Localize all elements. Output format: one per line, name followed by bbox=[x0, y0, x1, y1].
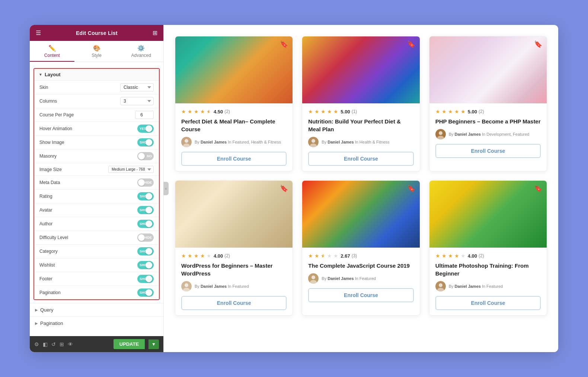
course-author-row: By Daniel James In Featured bbox=[308, 273, 413, 284]
columns-label: Columns bbox=[39, 99, 57, 104]
svg-point-6 bbox=[185, 283, 188, 287]
bookmark-icon[interactable]: 🔖 bbox=[534, 184, 542, 193]
category-toggle-label: SHOW bbox=[140, 249, 150, 253]
author-categories: In Featured, Health & Fitness bbox=[228, 140, 281, 144]
course-per-page-input[interactable] bbox=[135, 111, 154, 119]
image-size-control[interactable]: Medium Large - 768 bbox=[108, 166, 154, 173]
pagination-section[interactable]: ▶ Pagination bbox=[30, 316, 163, 330]
layout-section-header[interactable]: ▼ Layout bbox=[34, 69, 159, 80]
masonry-control[interactable]: NO bbox=[137, 152, 154, 160]
difficulty-level-toggle[interactable]: HIDE bbox=[137, 233, 154, 242]
columns-control[interactable]: 3 bbox=[120, 97, 154, 105]
columns-row: Columns 3 bbox=[34, 94, 159, 108]
author-toggle[interactable]: SHOW bbox=[137, 220, 154, 228]
course-rating: ★★★★★ 4.00 (2) bbox=[181, 253, 287, 259]
enroll-button[interactable]: Enroll Course bbox=[435, 296, 541, 310]
meta-data-label: Meta Data bbox=[39, 180, 60, 185]
enroll-button[interactable]: Enroll Course bbox=[308, 288, 413, 302]
masonry-toggle[interactable]: NO bbox=[137, 152, 154, 160]
rating-control[interactable]: SHOW bbox=[137, 192, 154, 200]
bookmark-icon[interactable]: 🔖 bbox=[407, 184, 415, 193]
settings-icon[interactable]: ⚙ bbox=[34, 341, 39, 347]
image-size-select[interactable]: Medium Large - 768 bbox=[108, 166, 154, 173]
tab-content[interactable]: ✏️ Content bbox=[30, 41, 74, 62]
hover-animation-toggle[interactable]: YES bbox=[137, 125, 154, 133]
update-dropdown-button[interactable]: ▼ bbox=[148, 339, 159, 349]
meta-data-toggle[interactable]: HIDE bbox=[137, 178, 154, 187]
update-button[interactable]: UPDATE bbox=[114, 339, 145, 349]
avatar-control[interactable]: SHOW bbox=[137, 206, 154, 214]
grid-icon[interactable]: ⊞ bbox=[153, 29, 157, 36]
pagination-control[interactable]: SHOW bbox=[137, 289, 154, 297]
enroll-button[interactable]: Enroll Course bbox=[181, 152, 287, 166]
course-author-row: By Daniel James In Featured, Health & Fi… bbox=[181, 137, 287, 147]
image-size-label: Image Size bbox=[39, 167, 62, 172]
course-card: 🔖 ★★★★★★ 4.50 (2) Perfect Diet & Meal Pl… bbox=[175, 36, 293, 171]
history-icon[interactable]: ↺ bbox=[51, 341, 56, 347]
rating-toggle[interactable]: SHOW bbox=[137, 192, 154, 200]
svg-point-7 bbox=[183, 288, 190, 291]
category-toggle[interactable]: SHOW bbox=[137, 247, 154, 255]
query-section[interactable]: ▶ Query bbox=[30, 303, 163, 316]
course-author-row: By Daniel James In Featured bbox=[435, 281, 541, 291]
pagination-toggle[interactable]: SHOW bbox=[137, 289, 154, 297]
bookmark-icon[interactable]: 🔖 bbox=[407, 40, 415, 48]
author-info: By Daniel James In Featured bbox=[322, 276, 376, 281]
author-toggle-label: SHOW bbox=[140, 222, 150, 226]
course-rating: ★★★★★★ 4.50 (2) bbox=[181, 109, 287, 115]
category-control[interactable]: SHOW bbox=[137, 247, 154, 255]
sidebar-content: ▼ Layout Skin Classic bbox=[30, 62, 163, 336]
hover-animation-toggle-label: YES bbox=[140, 127, 146, 130]
bookmark-icon[interactable]: 🔖 bbox=[534, 40, 542, 48]
rating-score: 4.00 bbox=[468, 253, 477, 259]
skin-select[interactable]: Classic bbox=[120, 83, 154, 91]
author-info: By Daniel James In Featured bbox=[449, 284, 503, 289]
tab-advanced[interactable]: ⚙️ Advanced bbox=[119, 41, 163, 62]
enroll-button[interactable]: Enroll Course bbox=[435, 144, 541, 158]
svg-point-8 bbox=[311, 276, 315, 279]
author-name: Daniel James bbox=[201, 284, 227, 289]
show-image-toggle[interactable]: SHOW bbox=[137, 138, 154, 146]
course-image: 🔖 bbox=[302, 36, 419, 103]
enroll-button[interactable]: Enroll Course bbox=[181, 296, 287, 310]
hamburger-icon[interactable]: ☰ bbox=[36, 29, 41, 36]
course-body: ★★★★★ 5.00 (2) PHP Beginners – Become a … bbox=[429, 103, 547, 163]
rating-score: 5.00 bbox=[468, 109, 477, 115]
footer-control[interactable]: SHOW bbox=[137, 275, 154, 283]
bookmark-icon[interactable]: 🔖 bbox=[280, 40, 288, 48]
masonry-row: Masonry NO bbox=[34, 149, 159, 163]
show-image-control[interactable]: SHOW bbox=[137, 138, 154, 146]
wishlist-control[interactable]: SHOW bbox=[137, 261, 154, 269]
footer-label: Footer bbox=[39, 276, 52, 281]
skin-control[interactable]: Classic bbox=[120, 83, 154, 91]
rating-score: 5.00 bbox=[341, 109, 350, 115]
sidebar-collapse-arrow[interactable]: ‹ bbox=[163, 182, 169, 195]
course-per-page-label: Course Per Page bbox=[39, 112, 74, 117]
author-name: Daniel James bbox=[455, 284, 481, 289]
tab-style-label: Style bbox=[92, 53, 102, 58]
difficulty-level-control[interactable]: HIDE bbox=[137, 233, 154, 242]
author-control[interactable]: SHOW bbox=[137, 220, 154, 228]
rating-score: 4.00 bbox=[214, 253, 223, 259]
course-per-page-control[interactable] bbox=[135, 111, 154, 119]
footer-toggle[interactable]: SHOW bbox=[137, 275, 154, 283]
preview-icon[interactable]: 👁 bbox=[68, 341, 73, 347]
avatar-toggle[interactable]: SHOW bbox=[137, 206, 154, 214]
layout-chevron-icon: ▼ bbox=[39, 72, 42, 77]
hover-animation-control[interactable]: YES bbox=[137, 125, 154, 133]
wishlist-toggle[interactable]: SHOW bbox=[137, 261, 154, 269]
grid-layout-icon[interactable]: ⊞ bbox=[60, 341, 64, 347]
enroll-button[interactable]: Enroll Course bbox=[308, 152, 413, 166]
bookmark-icon[interactable]: 🔖 bbox=[280, 184, 288, 193]
layers-icon[interactable]: ◧ bbox=[43, 341, 48, 347]
author-info: By Daniel James In Featured, Health & Fi… bbox=[195, 140, 281, 144]
course-rating: ★★★★★ 5.00 (2) bbox=[435, 109, 541, 115]
show-image-row: Show Image SHOW bbox=[34, 135, 159, 149]
course-image: 🔖 bbox=[429, 181, 547, 248]
course-image: 🔖 bbox=[429, 36, 547, 103]
columns-select[interactable]: 3 bbox=[120, 97, 154, 105]
tab-style[interactable]: 🎨 Style bbox=[74, 41, 119, 62]
course-title: Perfect Diet & Meal Plan– Complete Cours… bbox=[181, 117, 287, 133]
meta-data-control[interactable]: HIDE bbox=[137, 178, 154, 187]
show-image-toggle-label: SHOW bbox=[140, 141, 150, 144]
